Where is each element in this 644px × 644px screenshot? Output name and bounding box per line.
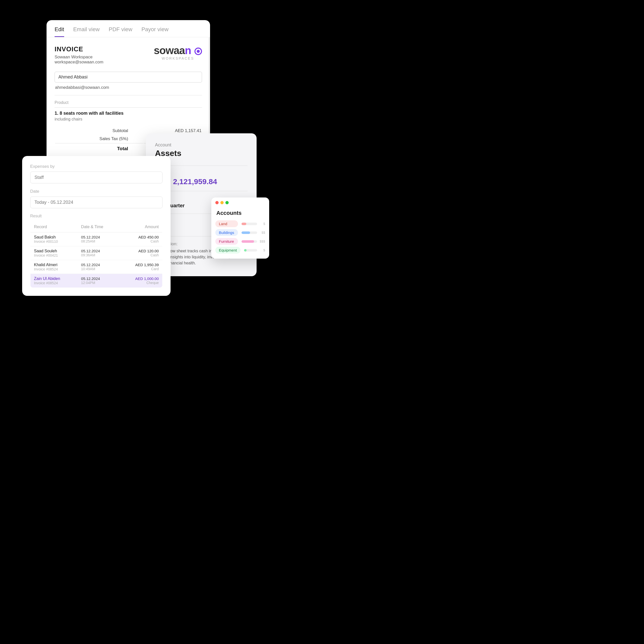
invoice-company: Sowaan Workspace [55,55,103,60]
record-invoice: Invoice #08524 [34,267,74,271]
record-name: Saud Baksh [34,235,74,239]
account-pill: Buildings [215,229,238,236]
accounts-title: Accounts [211,208,269,220]
table-row[interactable]: Saad Souleh Invoice #00421 05.12.2024 09… [30,246,163,260]
account-sign: $$$ [259,239,265,243]
account-pill: Equipment [215,247,240,254]
table-row[interactable]: Khalid Almeri Invoice #08524 05.12.2024 … [30,260,163,274]
record-name: Zain Ul Abiden [34,276,74,281]
record-method: Card [123,267,159,271]
invoice-tabs: Edit Email view PDF view Payor view [47,20,210,37]
total-label: Total [55,143,143,153]
account-sign: $$ [259,231,265,234]
record-name: Khalid Almeri [34,263,74,267]
tab-pdf-view[interactable]: PDF view [109,26,132,37]
staff-input[interactable] [30,172,163,183]
dot-red [215,201,219,204]
col-record: Record [30,222,78,232]
table-row[interactable]: Zain Ul Abiden Invoice #08524 05.12.2024… [30,274,163,288]
record-invoice: Invoice #00110 [34,239,74,244]
expenses-by-label: Expenses by [30,164,163,169]
record-amount: AED 450.00 [123,235,159,239]
account-bar-fill [244,249,247,252]
result-table: Record Date & Time Amount Saud Baksh Inv… [30,221,163,288]
account-row[interactable]: Land $ [215,220,265,227]
subtotal-label: Subtotal [55,127,143,135]
product-item: 1. 8 seats room with all facilities [55,111,202,116]
logo-sub: Workspaces [162,56,194,60]
dot-yellow [220,201,224,204]
expenses-card: Expenses by Date Result Record Date & Ti… [22,156,171,296]
recipient-email: ahmedabbasi@sowaan.com [55,85,202,90]
sowaan-logo: sowaan Workspaces [154,45,202,60]
date-label: Date [30,189,163,194]
result-label: Result [30,214,163,218]
record-time: 12:04PM [81,281,115,285]
record-date: 05.12.2024 [81,249,115,253]
window-dots [211,197,269,208]
account-bar [241,223,257,225]
record-invoice: Invoice #00421 [34,253,74,257]
account-row[interactable]: Equipment $ [215,247,265,254]
record-amount: AED 1,950.39 [123,263,159,267]
product-label: Product [55,100,202,105]
account-sign: $ [259,222,265,226]
record-amount: AED 120.00 [123,249,159,253]
account-bar [241,240,257,243]
account-bar-fill [241,223,246,225]
assets-title: Assets [155,149,248,158]
account-row[interactable]: Furniture $$$ [215,238,265,245]
invoice-company-email: workspace@sowaan.com [55,60,103,65]
assets-account-label: Account [155,142,248,148]
table-row[interactable]: Saud Baksh Invoice #00110 05.12.2024 08:… [30,232,163,246]
logo-text: sowaan [154,45,202,56]
record-date: 05.12.2024 [81,276,115,281]
account-sign: $ [259,248,265,252]
record-time: 09:36AM [81,253,115,257]
product-line: 1. 8 seats room with all facilities incl… [55,107,202,122]
recipient-name-field[interactable]: Ahmed Abbasi [55,72,202,83]
tab-email-view[interactable]: Email view [73,26,100,37]
account-bar-fill [241,240,254,243]
record-method: Cash [123,239,159,243]
account-pill: Furniture [215,238,238,245]
invoice-title: INVOICE [55,45,103,53]
account-row[interactable]: Buildings $$ [215,229,265,236]
tab-edit[interactable]: Edit [55,26,64,37]
invoice-header: INVOICE Sowaan Workspace workspace@sowaa… [55,45,202,65]
record-date: 05.12.2024 [81,263,115,267]
record-amount: AED 1,000.00 [123,276,159,281]
account-pill: Land [215,220,238,227]
product-desc: including chairs [55,117,202,122]
record-date: 05.12.2024 [81,235,115,239]
account-bar [241,231,257,234]
col-datetime: Date & Time [77,222,119,232]
tab-payor-view[interactable]: Payor view [141,26,169,37]
tax-label: Sales Tax (5%) [55,135,143,143]
col-amount: Amount [119,222,163,232]
record-method: Cash [123,253,159,257]
account-bar [244,249,257,252]
record-name: Saad Souleh [34,249,74,253]
record-time: 08:25AM [81,239,115,243]
account-bar-fill [241,231,250,234]
accounts-card: Accounts Land $ Buildings $$ Furniture $… [211,197,269,259]
dot-green [225,201,229,204]
date-input[interactable] [30,196,163,208]
record-invoice: Invoice #08524 [34,281,74,285]
record-method: Cheque [123,281,159,285]
accounts-list: Land $ Buildings $$ Furniture $$$ Equipm… [211,220,269,254]
record-time: 10:49AM [81,267,115,271]
